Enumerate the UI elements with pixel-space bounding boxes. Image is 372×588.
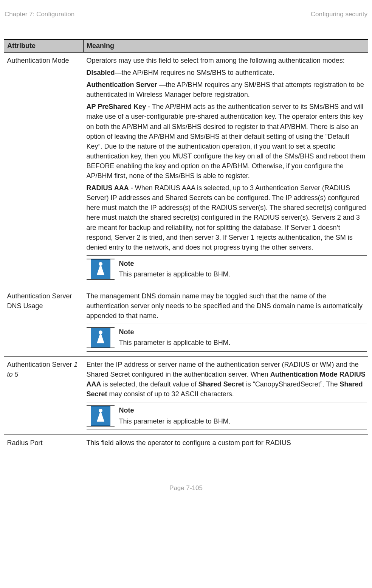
intro-text: Operators may use this field to select f… — [87, 56, 367, 65]
note-box: Note This parameter is applicable to BHM… — [87, 255, 367, 283]
table-header-row: Attribute Meaning — [4, 40, 368, 53]
attr-cell: Authentication Server DNS Usage — [4, 288, 84, 356]
table-row: Radius Port This field allows the operat… — [4, 435, 368, 453]
text-span: is selected, the default value of — [101, 380, 198, 388]
note-icon-cell — [87, 405, 115, 427]
note-text: Note This parameter is applicable to BHM… — [119, 259, 367, 280]
note-text: Note This parameter is applicable to BHM… — [119, 405, 367, 427]
attr-cell: Authentication Mode — [4, 53, 84, 288]
note-body: This parameter is applicable to BHM. — [119, 269, 367, 279]
note-box: Note This parameter is applicable to BHM… — [87, 402, 367, 430]
mode-presharedkey: AP PreShared Key - The AP/BHM acts as th… — [87, 102, 367, 181]
attr-cell: Authentication Server 1 to 5 — [4, 357, 84, 435]
note-text: Note This parameter is applicable to BHM… — [119, 327, 367, 348]
text-span: is “CanopySharedSecret”. The — [244, 380, 340, 388]
meaning-cell: The management DNS domain name may be to… — [84, 288, 368, 356]
page-footer: Page 7-105 — [4, 484, 368, 492]
table-row: Authentication Server 1 to 5 Enter the I… — [4, 357, 368, 435]
bold-text: Disabled — [87, 69, 115, 76]
table-row: Authentication Mode Operators may use th… — [4, 53, 368, 288]
meaning-cell: This field allows the operator to config… — [84, 435, 368, 453]
bold-text: RADIUS AAA — [87, 184, 129, 192]
header-chapter: Chapter 7: Configuration — [5, 11, 74, 18]
page-header: Chapter 7: Configuration Configuring sec… — [5, 11, 367, 18]
body-text: The management DNS domain name may be to… — [87, 291, 367, 321]
body-text: - The AP/BHM acts as the authentication … — [87, 103, 366, 180]
note-body: This parameter is applicable to BHM. — [119, 338, 367, 348]
text-span: may consist of up to 32 ASCII characters… — [107, 390, 234, 398]
meaning-cell: Operators may use this field to select f… — [84, 53, 368, 288]
meaning-cell: Enter the IP address or server name of t… — [84, 357, 368, 435]
note-title: Note — [119, 327, 367, 337]
note-icon-cell — [87, 327, 115, 348]
bold-text: AP PreShared Key — [87, 103, 146, 110]
note-body: This parameter is applicable to BHM. — [119, 416, 367, 426]
mode-disabled: Disabled—the AP/BHM requires no SMs/BHS … — [87, 68, 367, 78]
tower-icon — [91, 406, 110, 426]
mode-authserver: Authentication Server —the AP/BHM requir… — [87, 80, 367, 99]
col-meaning: Meaning — [84, 40, 368, 53]
note-icon-cell — [87, 259, 115, 280]
bold-text: Shared Secret — [198, 380, 244, 388]
header-section: Configuring security — [311, 11, 367, 18]
table-row: Authentication Server DNS Usage The mana… — [4, 288, 368, 356]
note-box: Note This parameter is applicable to BHM… — [87, 324, 367, 352]
body-text: —the AP/BHM requires no SMs/BHS to authe… — [115, 69, 274, 76]
body-text: Enter the IP address or server name of t… — [87, 360, 367, 399]
note-title: Note — [119, 405, 367, 415]
body-text: This field allows the operator to config… — [87, 438, 367, 448]
tower-icon — [91, 328, 110, 348]
note-title: Note — [119, 259, 367, 268]
body-text: - When RADIUS AAA is selected, up to 3 A… — [87, 184, 366, 251]
tower-icon — [91, 259, 110, 279]
bold-text: Authentication Server — [87, 81, 159, 88]
attr-cell: Radius Port — [4, 435, 84, 453]
attr-text: Authentication Server — [7, 361, 74, 368]
attribute-table: Attribute Meaning Authentication Mode Op… — [4, 39, 368, 453]
col-attribute: Attribute — [4, 40, 84, 53]
mode-radiusaaa: RADIUS AAA - When RADIUS AAA is selected… — [87, 183, 367, 252]
